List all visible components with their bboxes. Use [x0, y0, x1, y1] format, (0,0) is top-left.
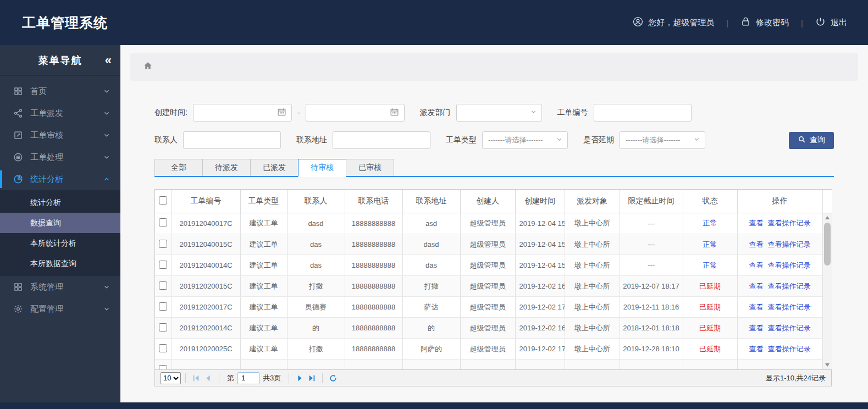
last-page-icon[interactable]: [306, 372, 318, 384]
search-button[interactable]: 查询: [789, 132, 834, 149]
order-no-cell: 201912040015C: [172, 234, 240, 255]
tab-4[interactable]: 已审核: [346, 159, 394, 176]
sidebar-item[interactable]: 配置管理: [0, 298, 120, 320]
total-pages-label: 共3页: [263, 373, 281, 383]
select-all-cell: [155, 190, 172, 213]
creator-cell: 超级管理员: [460, 297, 515, 318]
contact-input[interactable]: [183, 131, 281, 149]
chevron-down-icon: [103, 283, 110, 291]
view-log-link[interactable]: 查看操作记录: [768, 240, 811, 248]
sidebar-item[interactable]: 首页: [0, 80, 120, 102]
order-no-label: 工单编号: [557, 108, 588, 118]
table-scrollbar[interactable]: [822, 190, 832, 369]
sidebar-item[interactable]: 工单处理: [0, 146, 120, 168]
view-link[interactable]: 查看: [749, 219, 764, 227]
deadline-cell: ---: [620, 234, 683, 255]
scroll-up-icon[interactable]: [823, 213, 832, 222]
view-link[interactable]: 查看: [749, 303, 764, 311]
table-body-viewport: 201912040017C建议工单dasd18888888888asd超级管理员…: [155, 213, 822, 369]
next-page-icon[interactable]: [294, 372, 306, 384]
tab-1[interactable]: 待派发: [202, 159, 251, 176]
view-log-link[interactable]: 查看操作记录: [768, 345, 811, 353]
user-greeting[interactable]: 您好，超级管理员: [633, 16, 714, 29]
view-log-link[interactable]: 查看操作记录: [768, 261, 811, 269]
date-to-input[interactable]: [306, 104, 405, 121]
double-chevron-left-icon[interactable]: «: [105, 54, 112, 67]
sidebar-item[interactable]: 系统管理: [0, 276, 120, 298]
scrollbar-thumb[interactable]: [824, 223, 831, 266]
sidebar-item[interactable]: 工单审核: [0, 124, 120, 146]
address-input[interactable]: [333, 131, 430, 149]
row-checkbox[interactable]: [159, 240, 167, 248]
user-circle-icon: [633, 16, 643, 29]
chevron-down-icon: [103, 109, 110, 117]
delay-select[interactable]: -------请选择-------: [620, 131, 705, 149]
row-checkbox[interactable]: [159, 323, 167, 331]
view-log-link[interactable]: 查看操作记录: [768, 219, 811, 227]
user-greeting-label: 您好，超级管理员: [648, 18, 714, 28]
row-select-cell: [155, 360, 172, 369]
refresh-icon[interactable]: [327, 372, 339, 384]
home-icon[interactable]: [142, 60, 153, 74]
sidebar-subitem[interactable]: 数据查询: [0, 213, 120, 233]
status-badge: 已延期: [683, 339, 737, 360]
view-link[interactable]: 查看: [749, 240, 764, 248]
deadline-cell: ---: [620, 213, 683, 234]
sidebar-subitem[interactable]: 统计分析: [0, 192, 120, 213]
row-checkbox[interactable]: [159, 365, 167, 369]
order-no-input[interactable]: [594, 104, 692, 121]
view-log-link[interactable]: 查看操作记录: [768, 324, 811, 332]
logout-button[interactable]: 退出: [815, 16, 847, 29]
order-type-cell: 建议工单: [240, 318, 287, 339]
pagination-divider: [289, 373, 289, 383]
scroll-down-icon[interactable]: [823, 361, 832, 369]
prev-page-icon[interactable]: [202, 372, 214, 384]
phone-cell: 18888888888: [345, 234, 402, 255]
table-row: 201912040017C建议工单dasd18888888888asd超级管理员…: [155, 213, 822, 234]
chevron-down-icon: [103, 87, 110, 95]
created-time-cell: 2019-12-04 15: [515, 234, 565, 255]
sidebar-subitem[interactable]: 本所数据查询: [0, 253, 120, 274]
view-link[interactable]: 查看: [749, 282, 764, 290]
row-checkbox[interactable]: [159, 281, 167, 290]
edit-icon: [13, 130, 23, 140]
type-select[interactable]: -------请选择-------: [482, 131, 568, 149]
select-all-checkbox[interactable]: [159, 196, 167, 204]
scrollbar-track[interactable]: [823, 213, 832, 369]
chevron-down-icon: [103, 131, 110, 139]
sidebar-item[interactable]: 工单派发: [0, 102, 120, 124]
column-header: 工单类型: [240, 190, 287, 213]
created-time-cell: 2019-12-02 17: [515, 339, 565, 360]
status-badge: 正常: [683, 255, 737, 276]
tab-2[interactable]: 已派发: [250, 159, 298, 176]
row-select-cell: [155, 318, 172, 339]
dept-select[interactable]: [456, 104, 542, 121]
view-log-link[interactable]: 查看操作记录: [768, 282, 811, 290]
change-password-button[interactable]: 修改密码: [740, 16, 789, 29]
first-page-icon[interactable]: [190, 372, 202, 384]
view-log-link[interactable]: 查看操作记录: [768, 303, 811, 311]
chevron-down-icon: [556, 136, 563, 145]
view-link[interactable]: 查看: [749, 261, 764, 269]
order-type-cell: 建议工单: [240, 213, 287, 234]
view-link[interactable]: 查看: [749, 345, 764, 353]
row-checkbox[interactable]: [159, 344, 167, 352]
table-rows: 201912040017C建议工单dasd18888888888asd超级管理员…: [155, 213, 822, 369]
date-from-input[interactable]: [193, 104, 292, 121]
row-checkbox[interactable]: [159, 218, 167, 226]
column-header: 创建人: [460, 190, 515, 213]
page-number-input[interactable]: [237, 372, 259, 384]
tab-3[interactable]: 待审核: [298, 159, 346, 177]
delay-label: 是否延期: [583, 135, 614, 145]
page-size-select[interactable]: 10: [161, 372, 181, 384]
chevron-down-icon: [693, 136, 700, 145]
row-checkbox[interactable]: [159, 261, 167, 269]
status-badge: 已延期: [683, 318, 737, 339]
row-checkbox[interactable]: [159, 302, 167, 311]
table-row: 201912020017C建议工单奥德赛18888888888萨达超级管理员20…: [155, 297, 822, 318]
sidebar-subitem[interactable]: 本所统计分析: [0, 233, 120, 253]
view-link[interactable]: 查看: [749, 324, 764, 332]
tab-0[interactable]: 全部: [154, 159, 203, 176]
sidebar-item[interactable]: 统计分析: [0, 168, 120, 190]
change-password-label: 修改密码: [756, 18, 789, 28]
